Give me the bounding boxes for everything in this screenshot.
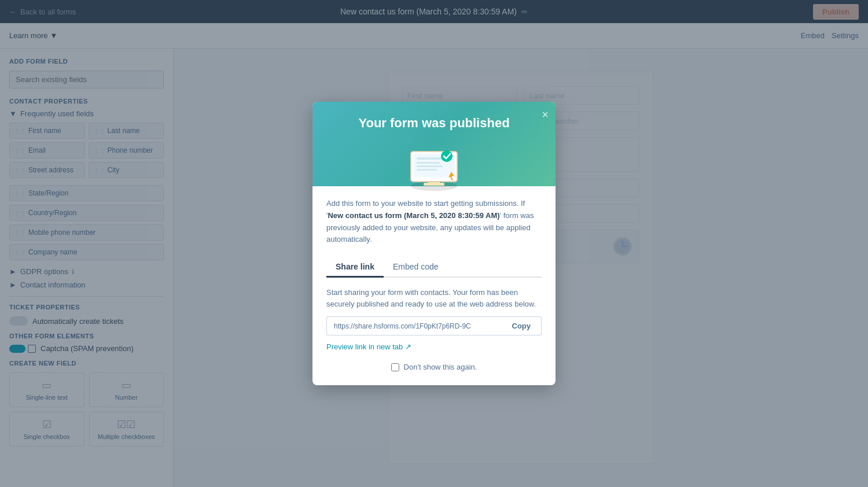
form-name-bold: New contact us form (March 5, 2020 8:30:… bbox=[328, 211, 499, 220]
modal-title: Your form was published bbox=[326, 116, 542, 131]
svg-rect-9 bbox=[417, 169, 437, 171]
dont-show-row: Don't show this again. bbox=[326, 363, 542, 371]
tab-share-link[interactable]: Share link bbox=[326, 257, 384, 278]
modal-tabs: Share link Embed code bbox=[326, 257, 542, 278]
external-link-icon: ↗ bbox=[405, 342, 411, 351]
svg-rect-7 bbox=[417, 162, 440, 164]
preview-link[interactable]: Preview link in new tab ↗ bbox=[326, 342, 542, 351]
svg-point-10 bbox=[441, 150, 453, 162]
dont-show-checkbox[interactable] bbox=[391, 363, 399, 371]
modal-overlay: × Your form was published bbox=[0, 0, 868, 487]
publish-modal: × Your form was published bbox=[312, 102, 556, 385]
modal-header: × Your form was published bbox=[312, 102, 556, 186]
svg-rect-3 bbox=[424, 183, 444, 186]
dont-show-label: Don't show this again. bbox=[404, 363, 477, 371]
modal-body: Add this form to your website to start g… bbox=[312, 186, 556, 385]
modal-description: Add this form to your website to start g… bbox=[326, 198, 542, 246]
modal-illustration bbox=[399, 140, 469, 186]
copy-button[interactable]: Copy bbox=[502, 316, 542, 335]
svg-rect-8 bbox=[417, 165, 443, 167]
url-row: Copy bbox=[326, 316, 542, 335]
close-button[interactable]: × bbox=[542, 109, 549, 120]
tab-embed-code[interactable]: Embed code bbox=[384, 257, 448, 278]
share-url-input[interactable] bbox=[326, 316, 502, 335]
tab-description: Start sharing your form with contacts. Y… bbox=[326, 287, 542, 309]
